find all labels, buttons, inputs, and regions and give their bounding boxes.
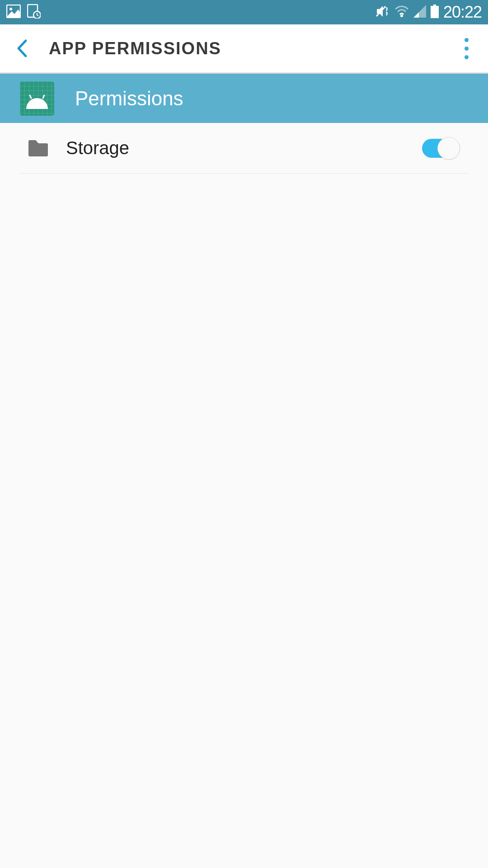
more-dot-icon xyxy=(465,55,469,59)
status-left-icons xyxy=(6,4,41,20)
toggle-thumb xyxy=(437,137,460,160)
app-bar: APP PERMISSIONS xyxy=(0,24,488,73)
status-bar: 20:22 xyxy=(0,0,488,24)
status-time: 20:22 xyxy=(443,3,482,22)
status-right-icons: 20:22 xyxy=(375,3,482,22)
tablet-clock-icon xyxy=(27,4,41,20)
picture-icon xyxy=(6,5,21,20)
battery-icon xyxy=(431,5,439,20)
app-header: Permissions xyxy=(0,73,488,123)
page-title: APP PERMISSIONS xyxy=(49,39,455,58)
storage-toggle[interactable] xyxy=(422,137,460,160)
header-title: Permissions xyxy=(75,87,183,110)
back-button[interactable] xyxy=(11,38,33,59)
more-dot-icon xyxy=(465,38,469,42)
permission-row-storage[interactable]: Storage xyxy=(19,123,469,174)
svg-rect-6 xyxy=(433,5,436,6)
vibrate-mute-icon xyxy=(375,5,390,20)
chevron-left-icon xyxy=(16,39,28,58)
android-icon xyxy=(26,98,48,109)
svg-rect-7 xyxy=(431,6,439,18)
more-menu-button[interactable] xyxy=(455,38,477,59)
svg-point-1 xyxy=(9,8,12,10)
more-dot-icon xyxy=(465,47,469,51)
signal-icon xyxy=(413,5,426,19)
folder-icon xyxy=(27,137,49,159)
permission-label: Storage xyxy=(66,138,422,158)
app-icon xyxy=(20,81,54,116)
wifi-icon xyxy=(394,5,409,19)
permissions-list: Storage xyxy=(0,123,488,174)
